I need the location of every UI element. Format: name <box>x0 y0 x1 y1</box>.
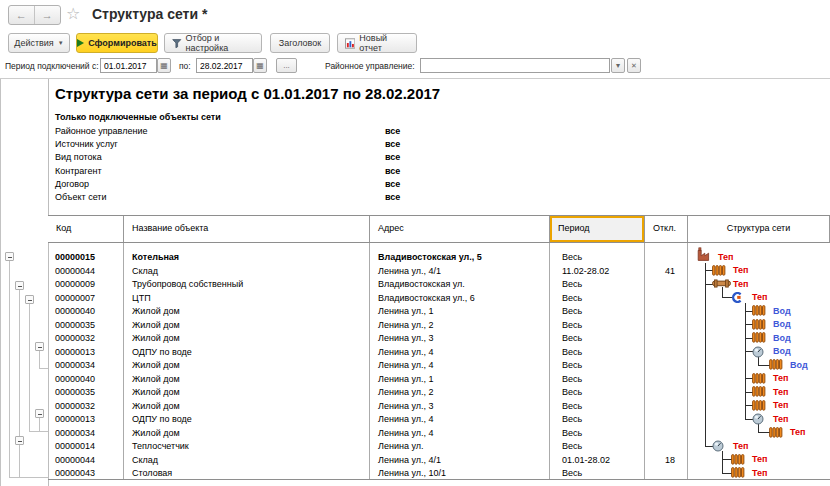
date-from-input[interactable] <box>100 58 157 73</box>
column-header-2[interactable]: Название объекта <box>124 216 370 242</box>
cell-code[interactable]: 00000040 <box>48 373 124 387</box>
cell-name[interactable]: Жилой дом <box>124 305 370 319</box>
cell-period[interactable]: Весь <box>550 305 645 319</box>
cell-offline-days[interactable]: 41 <box>645 265 688 279</box>
cell-name[interactable]: Склад <box>124 454 370 468</box>
cell-code[interactable]: 00000044 <box>48 454 124 468</box>
cell-name[interactable]: Жилой дом <box>124 319 370 333</box>
district-input[interactable] <box>420 58 610 73</box>
cell-offline-days[interactable] <box>645 292 688 306</box>
cell-address[interactable]: Ленина ул., 4 <box>370 359 550 373</box>
cell-offline-days[interactable] <box>645 440 688 454</box>
cell-address[interactable]: Ленина ул., 4 <box>370 346 550 360</box>
cell-offline-days[interactable] <box>645 251 688 265</box>
collapse-group-button[interactable] <box>15 436 24 445</box>
cell-code[interactable]: 00000013 <box>48 346 124 360</box>
cell-period[interactable]: Весь <box>550 467 645 481</box>
cell-address[interactable]: Ленина ул., 2 <box>370 319 550 333</box>
cell-offline-days[interactable] <box>645 278 688 292</box>
cell-period[interactable]: Весь <box>550 251 645 265</box>
cell-address[interactable]: Ленина ул., 3 <box>370 400 550 414</box>
column-header-6[interactable]: Структура сети <box>688 216 830 242</box>
cell-name[interactable]: Жилой дом <box>124 359 370 373</box>
cell-code[interactable]: 00000007 <box>48 292 124 306</box>
cell-code[interactable]: 00000015 <box>48 251 124 265</box>
district-clear-button[interactable]: ✕ <box>627 58 641 73</box>
cell-code[interactable]: 00000032 <box>48 332 124 346</box>
cell-address[interactable]: Ленина ул., 10/1 <box>370 467 550 481</box>
cell-offline-days[interactable]: 18 <box>645 454 688 468</box>
cell-offline-days[interactable] <box>645 373 688 387</box>
new-report-button[interactable]: Новый отчет <box>337 33 417 53</box>
cell-name[interactable]: Теплосчетчик <box>124 440 370 454</box>
cell-name[interactable]: Жилой дом <box>124 427 370 441</box>
cell-period[interactable]: 01.01-28.02 <box>550 454 645 468</box>
forward-button[interactable]: → <box>35 6 61 24</box>
cell-code[interactable]: 00000035 <box>48 386 124 400</box>
cell-address[interactable]: Ленина ул., 1 <box>370 305 550 319</box>
cell-period[interactable]: Весь <box>550 359 645 373</box>
cell-address[interactable]: Ленина ул., 4/1 <box>370 265 550 279</box>
filter-settings-button[interactable]: Отбор и настройка <box>164 33 262 53</box>
cell-code[interactable]: 00000035 <box>48 319 124 333</box>
cell-address[interactable]: Владивостокская ул., 5 <box>370 251 550 265</box>
column-header-1[interactable]: Код <box>48 216 124 242</box>
cell-period[interactable]: Весь <box>550 400 645 414</box>
back-button[interactable]: ← <box>9 6 35 24</box>
collapse-group-button[interactable] <box>35 409 44 418</box>
cell-period[interactable]: Весь <box>550 427 645 441</box>
cell-period[interactable]: Весь <box>550 413 645 427</box>
cell-offline-days[interactable] <box>645 427 688 441</box>
cell-address[interactable]: Ленина ул., 4 <box>370 413 550 427</box>
column-header-3[interactable]: Адрес <box>370 216 550 242</box>
cell-name[interactable]: Жилой дом <box>124 373 370 387</box>
date-to-calendar-button[interactable]: ▦ <box>253 58 267 73</box>
collapse-group-button[interactable] <box>15 281 24 290</box>
cell-address[interactable]: Ленина ул. <box>370 440 550 454</box>
cell-period[interactable]: Весь <box>550 373 645 387</box>
cell-name[interactable]: Жилой дом <box>124 386 370 400</box>
cell-name[interactable]: ОДПУ по воде <box>124 413 370 427</box>
cell-code[interactable]: 00000013 <box>48 413 124 427</box>
cell-address[interactable]: Ленина ул., 1 <box>370 373 550 387</box>
cell-period[interactable]: Весь <box>550 332 645 346</box>
cell-offline-days[interactable] <box>645 359 688 373</box>
cell-address[interactable]: Ленина ул., 4/1 <box>370 454 550 468</box>
cell-offline-days[interactable] <box>645 467 688 481</box>
cell-offline-days[interactable] <box>645 332 688 346</box>
cell-name[interactable]: ОДПУ по воде <box>124 346 370 360</box>
cell-name[interactable]: Жилой дом <box>124 400 370 414</box>
cell-name[interactable]: ЦТП <box>124 292 370 306</box>
collapse-group-button[interactable] <box>35 342 44 351</box>
header-button[interactable]: Заголовок <box>270 33 330 53</box>
date-from-calendar-button[interactable]: ▦ <box>157 58 171 73</box>
actions-button[interactable]: Действия ▼ <box>8 33 70 53</box>
cell-offline-days[interactable] <box>645 386 688 400</box>
cell-code[interactable]: 00000009 <box>48 278 124 292</box>
cell-name[interactable]: Котельная <box>124 251 370 265</box>
column-header-4[interactable]: Период <box>550 216 645 242</box>
cell-period[interactable]: Весь <box>550 292 645 306</box>
cell-code[interactable]: 00000032 <box>48 400 124 414</box>
cell-address[interactable]: Ленина ул., 3 <box>370 332 550 346</box>
cell-code[interactable]: 00000043 <box>48 467 124 481</box>
cell-code[interactable]: 00000044 <box>48 265 124 279</box>
date-to-input[interactable] <box>196 58 253 73</box>
cell-name[interactable]: Жилой дом <box>124 332 370 346</box>
generate-button[interactable]: Сформировать <box>76 33 158 53</box>
cell-address[interactable]: Ленина ул., 4 <box>370 427 550 441</box>
cell-address[interactable]: Владивостокская ул., 6 <box>370 292 550 306</box>
cell-code[interactable]: 00000014 <box>48 440 124 454</box>
cell-code[interactable]: 00000040 <box>48 305 124 319</box>
cell-offline-days[interactable] <box>645 305 688 319</box>
cell-offline-days[interactable] <box>645 413 688 427</box>
cell-name[interactable]: Склад <box>124 265 370 279</box>
cell-address[interactable]: Ленина ул., 2 <box>370 386 550 400</box>
cell-address[interactable]: Владивостокская ул. <box>370 278 550 292</box>
cell-code[interactable]: 00000034 <box>48 359 124 373</box>
cell-period[interactable]: Весь <box>550 440 645 454</box>
collapse-group-button[interactable] <box>25 295 34 304</box>
cell-offline-days[interactable] <box>645 346 688 360</box>
cell-offline-days[interactable] <box>645 319 688 333</box>
cell-period[interactable]: Весь <box>550 346 645 360</box>
